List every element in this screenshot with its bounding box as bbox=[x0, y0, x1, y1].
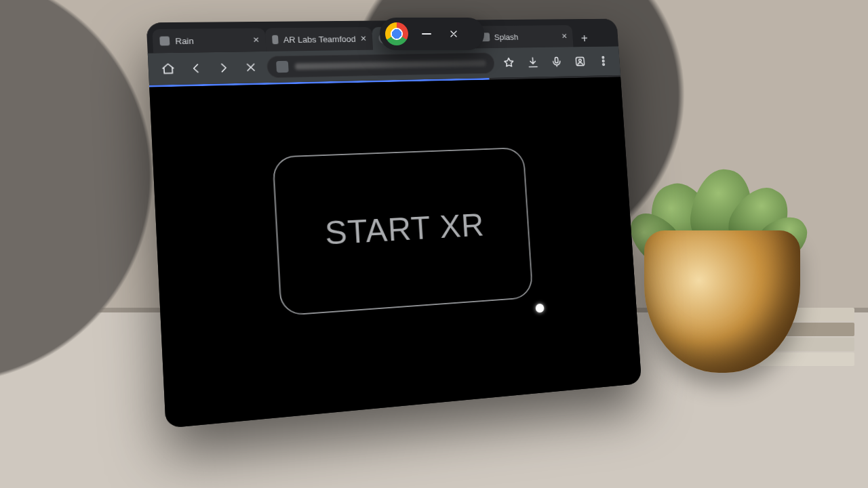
back-button[interactable] bbox=[184, 58, 208, 79]
svg-point-4 bbox=[602, 60, 604, 62]
gaze-cursor-icon bbox=[535, 304, 544, 313]
bookmark-button[interactable] bbox=[498, 53, 519, 73]
tab-label: Rain bbox=[175, 36, 194, 46]
close-icon bbox=[243, 61, 258, 75]
close-tab-button[interactable]: ✕ bbox=[250, 35, 262, 45]
new-tab-button[interactable]: + bbox=[576, 30, 593, 47]
svg-rect-0 bbox=[555, 57, 558, 62]
svg-point-5 bbox=[603, 64, 605, 66]
start-xr-button[interactable]: START XR bbox=[272, 147, 533, 317]
dots-vertical-icon bbox=[597, 55, 610, 67]
window-title-pill[interactable] bbox=[380, 18, 484, 50]
chrome-logo-icon bbox=[385, 22, 408, 45]
browser-window: Rain ✕ AR Labs Teamfood ✕ Ballpit ✕ Spla… bbox=[146, 19, 642, 428]
downloads-button[interactable] bbox=[523, 52, 543, 72]
tab-splash[interactable]: Splash ✕ bbox=[474, 25, 573, 48]
tab-rain[interactable]: Rain ✕ bbox=[152, 28, 266, 53]
mic-icon bbox=[551, 56, 564, 68]
close-tab-button[interactable]: ✕ bbox=[358, 33, 369, 43]
minimize-icon bbox=[422, 33, 431, 35]
site-info-icon[interactable] bbox=[276, 61, 289, 73]
home-icon bbox=[161, 62, 176, 76]
account-box-icon bbox=[574, 56, 586, 68]
start-xr-label: START XR bbox=[324, 207, 486, 253]
plus-icon: + bbox=[580, 31, 588, 45]
forward-button[interactable] bbox=[212, 57, 235, 79]
close-tab-button[interactable]: ✕ bbox=[559, 31, 570, 41]
favicon-icon bbox=[272, 35, 279, 44]
star-icon bbox=[502, 56, 515, 69]
arrow-right-icon bbox=[216, 61, 231, 75]
page-viewport: START XR bbox=[149, 77, 642, 428]
close-window-button[interactable] bbox=[445, 25, 462, 43]
tab-ar-labs[interactable]: AR Labs Teamfood ✕ bbox=[264, 27, 373, 52]
minimize-window-button[interactable] bbox=[418, 25, 435, 43]
voice-search-button[interactable] bbox=[547, 52, 567, 72]
home-button[interactable] bbox=[157, 58, 180, 80]
stop-button[interactable] bbox=[239, 57, 262, 78]
account-button[interactable] bbox=[570, 52, 590, 71]
close-icon bbox=[448, 28, 459, 39]
tab-label: Splash bbox=[494, 32, 518, 41]
svg-point-2 bbox=[578, 59, 581, 62]
overflow-menu-button[interactable] bbox=[593, 52, 613, 71]
url-text bbox=[295, 60, 486, 70]
favicon-icon bbox=[159, 37, 170, 46]
arrow-left-icon bbox=[189, 62, 203, 75]
download-icon bbox=[526, 56, 539, 68]
svg-point-3 bbox=[602, 56, 604, 58]
address-bar[interactable] bbox=[267, 52, 495, 78]
tab-label: AR Labs Teamfood bbox=[283, 34, 355, 44]
